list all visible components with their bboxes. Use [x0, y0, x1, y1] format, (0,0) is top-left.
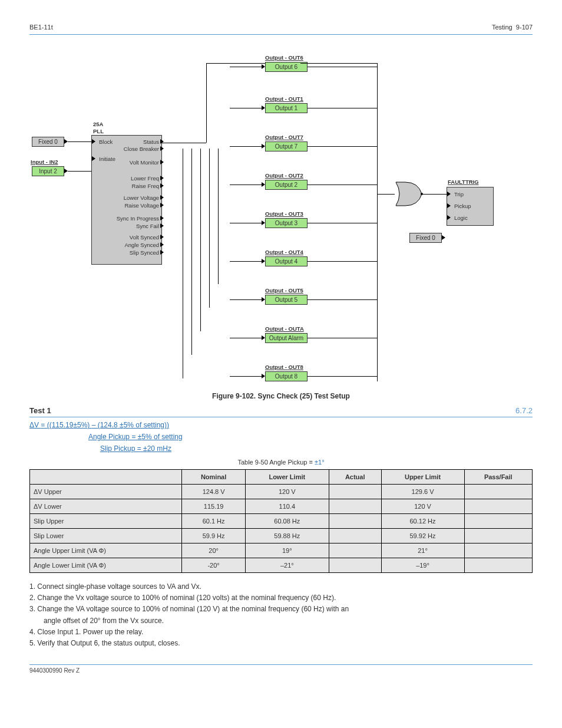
wire [308, 338, 377, 338]
cell [329, 543, 381, 558]
cell [464, 543, 533, 558]
col-header-upper: Upper Limit [381, 470, 464, 485]
port-raise-freq: Raise Freq [132, 183, 159, 189]
wire [209, 149, 210, 308]
cell: 60.08 Hz [245, 514, 329, 529]
cell: 120 V [245, 485, 329, 499]
output-title: Output - OUT6 [265, 54, 303, 61]
cell: 59.9 Hz [182, 529, 245, 543]
step-5: 5. Verify that Output 6, the status outp… [29, 638, 533, 649]
port-volt-monitor: Volt Monitor [130, 159, 159, 166]
arrowhead-icon [92, 139, 95, 144]
port-volt-synced: Volt Synced [130, 234, 159, 241]
port-trip: Trip [454, 191, 464, 197]
cell: 19° [245, 543, 329, 558]
row-label: Slip Lower [30, 529, 182, 543]
wire [206, 63, 207, 143]
wire [206, 63, 265, 64]
table-row: Slip Lower59.9 Hz59.88 Hz59.92 Hz [30, 529, 533, 543]
col-header-lower: Lower Limit [245, 470, 329, 485]
arrowhead-icon [447, 215, 451, 220]
block-input2: Input 2 [32, 166, 64, 176]
arrowhead-icon [160, 203, 164, 207]
wire [308, 376, 377, 377]
label-input-in2: Input - IN2 [31, 159, 58, 165]
cell: 20° [182, 543, 245, 558]
cell: 129.6 V [381, 485, 464, 499]
col-header-blank [30, 470, 182, 485]
cell [464, 514, 533, 529]
cell [464, 558, 533, 573]
wire [68, 171, 91, 172]
arrowhead-icon [160, 176, 164, 180]
cell [464, 499, 533, 514]
results-table: Nominal Lower Limit Actual Upper Limit P… [29, 469, 533, 573]
wire [308, 108, 377, 108]
wire [191, 149, 192, 355]
port-block: Block [99, 139, 113, 145]
table-row: Angle Upper Limit (VA Φ)20°19°21° [30, 543, 533, 558]
port-angle-synced: Angle Synced [124, 242, 159, 248]
cell: 59.92 Hz [381, 529, 464, 543]
row-label: Angle Lower Limit (VA Φ) [30, 558, 182, 573]
cell: 120 V [381, 499, 464, 514]
table-row: Slip Upper60.1 Hz60.08 Hz60.12 Hz [30, 514, 533, 529]
or-gate-icon [395, 181, 423, 207]
arrowhead-icon [160, 216, 164, 220]
pm-symbol: ± [143, 444, 147, 453]
wire [230, 261, 262, 262]
output-title: Output - OUT1 [265, 95, 303, 102]
port-close-breaker: Close Breaker [124, 146, 159, 152]
output-box: Output 4 [265, 256, 308, 266]
arrowhead-icon [160, 195, 164, 200]
output-title: Output - OUT5 [265, 287, 303, 294]
wire [377, 194, 395, 195]
arrowhead-icon [447, 192, 451, 196]
wire [308, 299, 377, 300]
label-pll: PLL [93, 128, 104, 134]
figure-caption: Figure 9-102. Sync Check (25) Test Setup [29, 392, 533, 400]
doc-section-title: BE1-11t [29, 24, 53, 31]
wire [308, 146, 377, 147]
wire [423, 194, 447, 195]
table-caption-suffix: ±1° [315, 459, 325, 466]
note-angle: Angle Pickup = ±5% of setting [29, 433, 533, 441]
arrowhead-icon [160, 223, 164, 228]
port-pickup: Pickup [454, 203, 471, 209]
cell: –21° [245, 558, 329, 573]
col-header-passfail: Pass/Fail [464, 470, 533, 485]
output-box: Output 3 [265, 218, 308, 228]
wire [162, 143, 206, 143]
cell: 110.4 [245, 499, 329, 514]
cell [329, 558, 381, 573]
wire [200, 149, 201, 331]
col-header-nominal: Nominal [182, 470, 245, 485]
cell [464, 529, 533, 543]
output-box: Output 1 [265, 103, 308, 113]
footer-rev: 9440300990 Rev Z [29, 667, 80, 674]
cell [329, 514, 381, 529]
note-dv: ΔV = ((115.19±5%) – (124.8 ±5% of settin… [29, 421, 533, 429]
cell: –19° [381, 558, 464, 573]
output-box: Output 2 [265, 180, 308, 190]
step-1: 1. Connect single-phase voltage sources … [29, 581, 533, 592]
note-open: (124.8 [98, 421, 118, 429]
output-box: Output 7 [265, 141, 308, 151]
note-ang-label: Angle Pickup = [88, 433, 138, 441]
cell: 59.88 Hz [245, 529, 329, 543]
output-title: Output - OUTA [265, 325, 304, 332]
col-header-actual: Actual [329, 470, 381, 485]
wire [230, 67, 262, 67]
port-sync-in-progress: Sync In Progress [117, 215, 159, 222]
table-caption-prefix: Table 9-50 Angle Pickup = [237, 459, 315, 466]
port-raise-voltage: Raise Voltage [124, 202, 159, 209]
step-4: 4. Close Input 1. Power up the relay. [29, 627, 533, 638]
wire [68, 141, 91, 142]
wire [377, 63, 378, 381]
row-label: Angle Upper Limit (VA Φ) [30, 543, 182, 558]
cell [329, 485, 381, 499]
cell [329, 529, 381, 543]
note-close: 5% of setting) [124, 421, 167, 429]
step-3b: angle offset of 20° from the Vx source. [29, 615, 533, 627]
port-initiate: Initiate [99, 156, 115, 162]
